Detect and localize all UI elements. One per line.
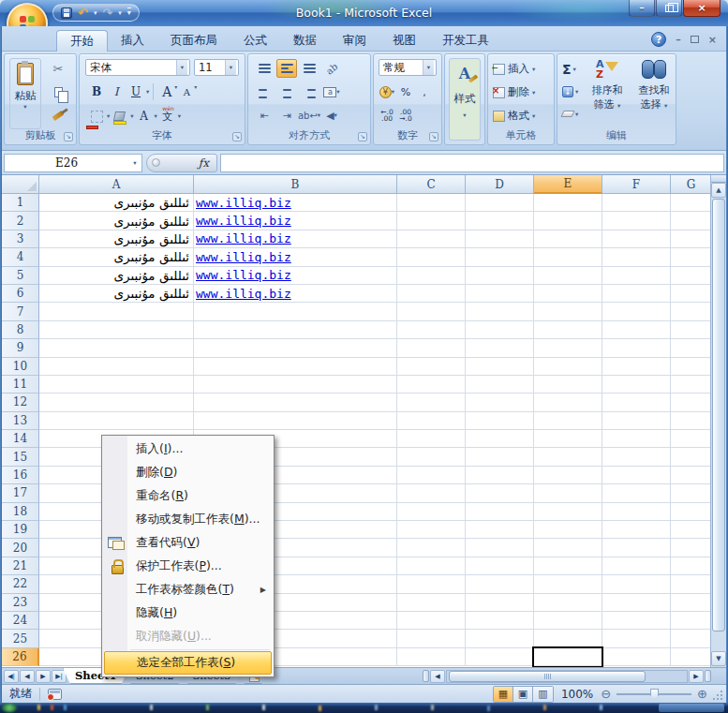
fill-button[interactable]: ↓▾ [562,82,578,100]
underline-dropdown-icon[interactable]: ▾ [146,88,149,96]
cell-F9[interactable] [602,339,671,357]
cell-E22[interactable] [534,575,602,593]
paste-button[interactable]: 粘贴 ▾ [9,58,41,129]
cell-C5[interactable] [397,267,466,285]
row-header-7[interactable]: 7 [2,303,39,320]
borders-button[interactable] [87,107,106,126]
cell-C14[interactable] [397,430,466,448]
cell-C2[interactable] [397,212,466,230]
cell-G23[interactable] [671,594,712,612]
cell-B5[interactable]: www.illiq.biz [194,267,397,285]
cell-D15[interactable] [466,448,534,466]
tab-page-layout[interactable]: 页面布局 [157,30,230,52]
row-header-9[interactable]: 9 [2,339,39,357]
menu-item-view-code[interactable]: 查看代码(V) [104,531,272,555]
cell-G20[interactable] [671,539,712,557]
cell-A9[interactable] [39,339,194,357]
cell-D8[interactable] [466,321,534,339]
scroll-up-button[interactable]: ▲ [711,183,726,198]
cell-D2[interactable] [466,212,534,230]
cell-F23[interactable] [602,594,671,612]
decrease-decimal-button[interactable]: .00→.0 [397,106,414,125]
hyperlink[interactable]: www.illiq.biz [194,214,291,228]
name-box-dropdown-icon[interactable]: ▾ [128,159,141,167]
phonetic-dropdown-icon[interactable]: ▾ [178,112,181,120]
row-header-12[interactable]: 12 [2,394,39,411]
select-all-corner[interactable] [2,175,39,194]
column-header-D[interactable]: D [466,175,534,194]
minimize-button[interactable]: – [629,0,655,17]
vertical-scrollbar[interactable]: ▲ ▼ [710,175,726,667]
cell-A3[interactable]: ئىللىق مۇنبىرى [39,230,194,248]
redo-icon[interactable]: ↷ [102,7,112,19]
wrap-text-button[interactable]: ab↩▾ [299,106,319,125]
row-header-18[interactable]: 18 [2,503,39,521]
cell-D5[interactable] [466,267,534,285]
cell-G10[interactable] [671,358,712,376]
font-color-dropdown-icon[interactable]: ▾ [155,112,157,120]
cell-E11[interactable] [534,376,602,394]
workbook-minimize-button[interactable]: – [676,35,681,45]
number-format-combo[interactable]: 常规 ▾ [379,59,437,76]
cell-D20[interactable] [466,539,534,557]
cell-E2[interactable] [534,212,602,230]
row-header-6[interactable]: 6 [2,285,39,303]
cell-G13[interactable] [671,412,712,430]
cell-D13[interactable] [466,412,534,430]
formula-input[interactable] [220,154,724,172]
number-format-dropdown-icon[interactable]: ▾ [423,60,434,75]
row-header-22[interactable]: 22 [2,575,39,593]
cell-D14[interactable] [466,430,534,448]
row-header-15[interactable]: 15 [2,448,39,466]
cell-C9[interactable] [397,339,466,357]
paste-dropdown-icon[interactable]: ▾ [23,103,26,111]
tab-formulas[interactable]: 公式 [230,30,280,52]
font-dialog-launcher[interactable]: ↘ [232,132,242,141]
cell-D9[interactable] [466,339,534,357]
shrink-font-button[interactable]: A▾ [177,82,196,101]
row-header-24[interactable]: 24 [2,612,39,630]
workbook-close-button[interactable]: × [708,35,717,45]
cell-D12[interactable] [466,394,534,411]
font-size-dropdown-icon[interactable]: ▾ [225,60,236,75]
cell-G9[interactable] [671,339,712,357]
cell-E9[interactable] [534,339,602,357]
cell-E7[interactable] [534,303,602,320]
cell-E24[interactable] [534,612,602,630]
cell-C21[interactable] [397,557,466,575]
customize-qat-icon[interactable]: ▾ [127,7,131,18]
row-header-10[interactable]: 10 [2,358,39,376]
row-header-25[interactable]: 25 [2,630,39,647]
cell-F22[interactable] [602,575,671,593]
find-select-button[interactable]: 查找和 选择 ▾ [632,58,676,112]
increase-decimal-button[interactable]: ←.0.00 [379,106,395,125]
cell-C7[interactable] [397,303,466,320]
cell-D25[interactable] [466,630,534,647]
hyperlink[interactable]: www.illiq.biz [194,250,291,264]
cell-G6[interactable] [671,285,712,303]
cell-A8[interactable] [39,321,194,339]
styles-dropdown-icon[interactable]: ▾ [463,111,466,119]
fill-color-button[interactable] [111,107,129,126]
cell-G18[interactable] [671,503,712,521]
grow-font-button[interactable]: A▾ [157,82,176,101]
cell-F4[interactable] [602,248,671,266]
row-header-19[interactable]: 19 [2,521,39,539]
row-header-3[interactable]: 3 [2,230,39,248]
cell-D24[interactable] [466,612,534,630]
hyperlink[interactable]: www.illiq.biz [194,196,291,210]
cell-D6[interactable] [466,285,534,303]
cell-D26[interactable] [466,648,534,666]
cell-F11[interactable] [602,376,671,394]
cell-C10[interactable] [397,358,466,376]
cell-G5[interactable] [671,267,712,285]
font-name-dropdown-icon[interactable]: ▾ [176,60,187,75]
cell-B9[interactable] [194,339,397,357]
tab-review[interactable]: 审阅 [330,30,379,52]
copy-button[interactable] [46,83,70,101]
cell-D16[interactable] [466,467,534,484]
menu-item-select-all-sheets[interactable]: 选定全部工作表(S) [104,651,272,675]
row-header-1[interactable]: 1 [2,194,39,212]
cell-E25[interactable] [534,630,602,647]
cell-D3[interactable] [466,230,534,248]
